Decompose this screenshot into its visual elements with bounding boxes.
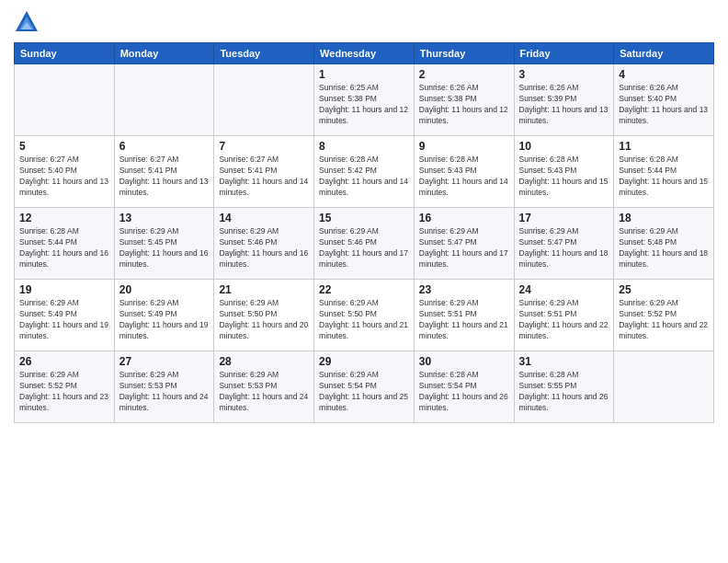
calendar-cell: 3Sunrise: 6:26 AM Sunset: 5:39 PM Daylig… — [514, 64, 614, 136]
day-number: 6 — [119, 140, 210, 153]
calendar-cell: 12Sunrise: 6:28 AM Sunset: 5:44 PM Dayli… — [15, 208, 115, 280]
calendar-cell: 28Sunrise: 6:29 AM Sunset: 5:53 PM Dayli… — [214, 351, 314, 423]
day-number: 24 — [519, 283, 609, 296]
day-info: Sunrise: 6:29 AM Sunset: 5:51 PM Dayligh… — [419, 298, 509, 342]
day-info: Sunrise: 6:28 AM Sunset: 5:54 PM Dayligh… — [419, 370, 509, 414]
calendar-cell — [114, 64, 214, 136]
day-number: 26 — [19, 355, 109, 368]
day-number: 10 — [519, 140, 609, 153]
day-info: Sunrise: 6:29 AM Sunset: 5:47 PM Dayligh… — [419, 226, 509, 270]
calendar-cell: 5Sunrise: 6:27 AM Sunset: 5:40 PM Daylig… — [15, 136, 115, 208]
day-number: 22 — [319, 283, 409, 296]
calendar-cell: 17Sunrise: 6:29 AM Sunset: 5:47 PM Dayli… — [514, 208, 614, 280]
day-number: 8 — [319, 140, 409, 153]
day-number: 28 — [219, 355, 309, 368]
day-number: 16 — [419, 212, 509, 224]
day-number: 27 — [119, 355, 210, 368]
weekday-header-thursday: Thursday — [414, 43, 514, 64]
day-info: Sunrise: 6:25 AM Sunset: 5:38 PM Dayligh… — [319, 83, 409, 127]
weekday-header-monday: Monday — [114, 43, 214, 64]
day-info: Sunrise: 6:26 AM Sunset: 5:39 PM Dayligh… — [519, 83, 609, 127]
calendar-week-row: 12Sunrise: 6:28 AM Sunset: 5:44 PM Dayli… — [15, 208, 714, 280]
calendar-cell: 11Sunrise: 6:28 AM Sunset: 5:44 PM Dayli… — [614, 136, 714, 208]
day-info: Sunrise: 6:26 AM Sunset: 5:40 PM Dayligh… — [619, 83, 709, 127]
day-number: 23 — [419, 283, 509, 296]
calendar-cell: 9Sunrise: 6:28 AM Sunset: 5:43 PM Daylig… — [414, 136, 514, 208]
weekday-header-friday: Friday — [514, 43, 614, 64]
day-info: Sunrise: 6:27 AM Sunset: 5:41 PM Dayligh… — [219, 155, 309, 199]
calendar-week-row: 26Sunrise: 6:29 AM Sunset: 5:52 PM Dayli… — [15, 351, 714, 423]
day-number: 19 — [19, 283, 109, 296]
calendar-week-row: 19Sunrise: 6:29 AM Sunset: 5:49 PM Dayli… — [15, 280, 714, 351]
calendar-cell: 25Sunrise: 6:29 AM Sunset: 5:52 PM Dayli… — [614, 280, 714, 351]
day-info: Sunrise: 6:28 AM Sunset: 5:44 PM Dayligh… — [19, 226, 109, 270]
calendar-cell — [214, 64, 314, 136]
calendar-cell: 29Sunrise: 6:29 AM Sunset: 5:54 PM Dayli… — [314, 351, 415, 423]
day-number: 3 — [519, 68, 609, 81]
day-number: 20 — [119, 283, 210, 296]
day-info: Sunrise: 6:29 AM Sunset: 5:53 PM Dayligh… — [119, 370, 210, 414]
day-info: Sunrise: 6:28 AM Sunset: 5:42 PM Dayligh… — [319, 155, 409, 199]
calendar-cell: 14Sunrise: 6:29 AM Sunset: 5:46 PM Dayli… — [214, 208, 314, 280]
day-info: Sunrise: 6:27 AM Sunset: 5:41 PM Dayligh… — [119, 155, 210, 199]
day-info: Sunrise: 6:27 AM Sunset: 5:40 PM Dayligh… — [19, 155, 109, 199]
calendar-cell: 20Sunrise: 6:29 AM Sunset: 5:49 PM Dayli… — [114, 280, 214, 351]
calendar-cell — [614, 351, 714, 423]
day-number: 12 — [19, 212, 109, 224]
day-info: Sunrise: 6:29 AM Sunset: 5:49 PM Dayligh… — [19, 298, 109, 342]
calendar-cell: 26Sunrise: 6:29 AM Sunset: 5:52 PM Dayli… — [15, 351, 115, 423]
calendar-cell: 30Sunrise: 6:28 AM Sunset: 5:54 PM Dayli… — [414, 351, 514, 423]
calendar-cell: 24Sunrise: 6:29 AM Sunset: 5:51 PM Dayli… — [514, 280, 614, 351]
day-info: Sunrise: 6:28 AM Sunset: 5:55 PM Dayligh… — [519, 370, 609, 414]
calendar-cell: 19Sunrise: 6:29 AM Sunset: 5:49 PM Dayli… — [15, 280, 115, 351]
calendar-cell: 15Sunrise: 6:29 AM Sunset: 5:46 PM Dayli… — [314, 208, 415, 280]
calendar-cell: 16Sunrise: 6:29 AM Sunset: 5:47 PM Dayli… — [414, 208, 514, 280]
calendar-cell: 23Sunrise: 6:29 AM Sunset: 5:51 PM Dayli… — [414, 280, 514, 351]
calendar-table: SundayMondayTuesdayWednesdayThursdayFrid… — [14, 42, 714, 423]
logo-icon — [14, 9, 40, 35]
day-number: 11 — [619, 140, 709, 153]
day-number: 14 — [219, 212, 309, 224]
day-info: Sunrise: 6:29 AM Sunset: 5:49 PM Dayligh… — [119, 298, 210, 342]
day-info: Sunrise: 6:29 AM Sunset: 5:46 PM Dayligh… — [319, 226, 409, 270]
calendar-cell: 7Sunrise: 6:27 AM Sunset: 5:41 PM Daylig… — [214, 136, 314, 208]
day-number: 13 — [119, 212, 210, 224]
calendar-cell: 22Sunrise: 6:29 AM Sunset: 5:50 PM Dayli… — [314, 280, 415, 351]
day-info: Sunrise: 6:29 AM Sunset: 5:52 PM Dayligh… — [19, 370, 109, 414]
calendar-cell — [15, 64, 115, 136]
day-number: 2 — [419, 68, 509, 81]
day-info: Sunrise: 6:29 AM Sunset: 5:54 PM Dayligh… — [319, 370, 409, 414]
day-number: 30 — [419, 355, 509, 368]
day-number: 25 — [619, 283, 709, 296]
weekday-header-wednesday: Wednesday — [314, 43, 415, 64]
day-info: Sunrise: 6:29 AM Sunset: 5:46 PM Dayligh… — [219, 226, 309, 270]
day-info: Sunrise: 6:26 AM Sunset: 5:38 PM Dayligh… — [419, 83, 509, 127]
calendar-cell: 21Sunrise: 6:29 AM Sunset: 5:50 PM Dayli… — [214, 280, 314, 351]
day-number: 18 — [619, 212, 709, 224]
calendar-cell: 1Sunrise: 6:25 AM Sunset: 5:38 PM Daylig… — [314, 64, 415, 136]
day-number: 7 — [219, 140, 309, 153]
calendar-cell: 6Sunrise: 6:27 AM Sunset: 5:41 PM Daylig… — [114, 136, 214, 208]
day-info: Sunrise: 6:28 AM Sunset: 5:43 PM Dayligh… — [519, 155, 609, 199]
day-info: Sunrise: 6:29 AM Sunset: 5:50 PM Dayligh… — [319, 298, 409, 342]
calendar-cell: 10Sunrise: 6:28 AM Sunset: 5:43 PM Dayli… — [514, 136, 614, 208]
calendar-cell: 8Sunrise: 6:28 AM Sunset: 5:42 PM Daylig… — [314, 136, 415, 208]
logo — [14, 9, 43, 35]
day-number: 29 — [319, 355, 409, 368]
page: SundayMondayTuesdayWednesdayThursdayFrid… — [0, 0, 728, 563]
day-number: 5 — [19, 140, 109, 153]
day-info: Sunrise: 6:28 AM Sunset: 5:43 PM Dayligh… — [419, 155, 509, 199]
weekday-header-sunday: Sunday — [15, 43, 115, 64]
day-number: 17 — [519, 212, 609, 224]
calendar-week-row: 5Sunrise: 6:27 AM Sunset: 5:40 PM Daylig… — [15, 136, 714, 208]
calendar-cell: 31Sunrise: 6:28 AM Sunset: 5:55 PM Dayli… — [514, 351, 614, 423]
weekday-header-saturday: Saturday — [614, 43, 714, 64]
calendar-cell: 27Sunrise: 6:29 AM Sunset: 5:53 PM Dayli… — [114, 351, 214, 423]
day-number: 1 — [319, 68, 409, 81]
day-number: 4 — [619, 68, 709, 81]
day-number: 31 — [519, 355, 609, 368]
day-info: Sunrise: 6:29 AM Sunset: 5:48 PM Dayligh… — [619, 226, 709, 270]
day-number: 15 — [319, 212, 409, 224]
day-info: Sunrise: 6:29 AM Sunset: 5:52 PM Dayligh… — [619, 298, 709, 342]
day-info: Sunrise: 6:29 AM Sunset: 5:45 PM Dayligh… — [119, 226, 210, 270]
